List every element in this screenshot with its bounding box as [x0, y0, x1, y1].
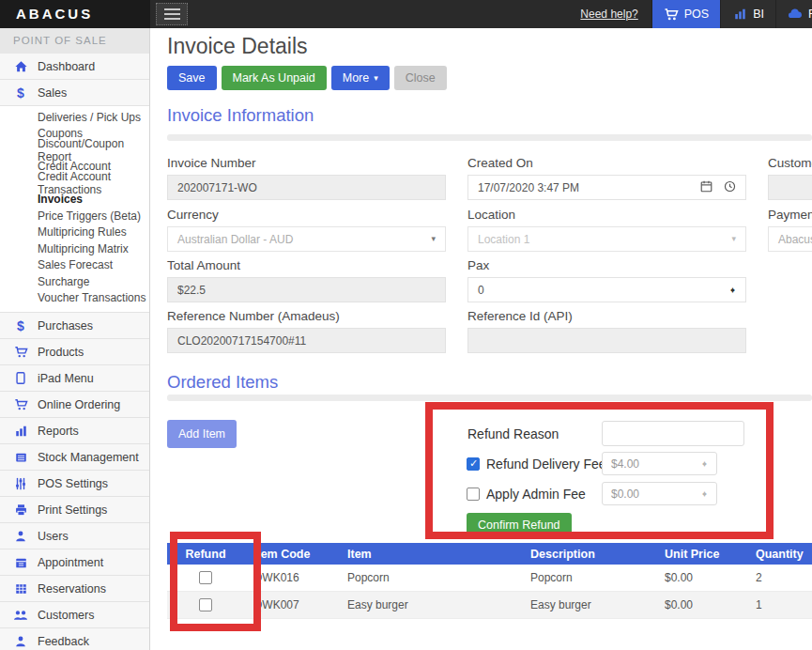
app-window: ABACUS Need help? POS BI R [0, 0, 812, 650]
reference-number-field: CLO20200717154700#11 [167, 328, 446, 353]
pax-value: 0 [478, 284, 484, 297]
sidebar-item-sales[interactable]: $ Sales [0, 80, 149, 106]
top-bar: ABACUS Need help? POS BI R [0, 0, 812, 28]
more-button[interactable]: More ▾ [331, 66, 390, 90]
dollar-icon: $ [13, 319, 28, 333]
location-select: Location 1 ▾ [467, 226, 746, 252]
created-on-field[interactable]: 17/07/2020 3:47 PM [467, 175, 746, 200]
sidebar-item-appointment[interactable]: Appointment [0, 549, 149, 576]
nav-cloud[interactable]: R [775, 0, 812, 28]
invoice-information-heading: Invoice Information [167, 105, 314, 126]
ordered-items-heading: Ordered Items [167, 372, 278, 393]
add-item-button[interactable]: Add Item [167, 420, 237, 448]
sidebar-subitem-multipricing-matrix[interactable]: Multipricing Matrix [0, 240, 149, 257]
register-icon [13, 451, 28, 464]
sidebar-subitem-sales-forecast[interactable]: Sales Forecast [0, 257, 149, 274]
sidebar-item-reservations[interactable]: Reservations [0, 576, 149, 602]
sidebar-item-products[interactable]: Products [0, 339, 149, 365]
nav-pos[interactable]: POS [651, 0, 720, 28]
sidebar-subitem-deliveries[interactable]: Deliveries / Pick Ups [0, 109, 149, 126]
sidebar-subitem-voucher-transactions[interactable]: Voucher Transactions [0, 290, 149, 307]
close-button[interactable]: Close [394, 66, 447, 90]
sales-submenu: Deliveries / Pick Ups Coupons Discount/C… [0, 106, 149, 313]
currency-select[interactable]: Australian Dollar - AUD ▾ [167, 226, 446, 252]
top-right-nav: Need help? POS BI R [567, 0, 812, 28]
user-icon [13, 530, 28, 543]
mark-as-unpaid-button[interactable]: Mark As Unpaid [222, 66, 327, 90]
invoice-number-field: 202007171-WO [167, 175, 446, 200]
stepper-arrows-icon[interactable]: ▲▼ [729, 289, 736, 291]
cell-item: Popcorn [338, 571, 521, 584]
cell-quantity: 2 [746, 571, 812, 584]
toolbar: Save Mark As Unpaid More ▾ Close [167, 66, 447, 90]
ordered-items-table: Refund Item Code Item Description Unit P… [167, 543, 812, 619]
sidebar-item-users[interactable]: Users [0, 523, 149, 549]
sidebar-item-label: Purchases [38, 319, 93, 333]
sidebar-item-feedback[interactable]: Feedback [0, 628, 149, 650]
page-title: Invoice Details [167, 34, 308, 59]
clock-icon[interactable] [724, 180, 736, 195]
invoice-number-label: Invoice Number [167, 156, 256, 170]
table-header-row: Refund Item Code Item Description Unit P… [167, 543, 812, 565]
created-on-label: Created On [467, 156, 533, 170]
calendar-icon[interactable] [700, 180, 712, 195]
sidebar-item-label: Print Settings [38, 503, 107, 517]
chevron-down-icon: ▾ [374, 74, 378, 83]
sidebar-item-label: Stock Management [38, 451, 139, 464]
section-divider [167, 395, 812, 401]
home-icon [13, 60, 28, 73]
bar-chart-icon [732, 8, 747, 21]
nav-cloud-label: R [808, 8, 812, 21]
table-row: QWK007 Easy burger Easy burger $0.00 1 [167, 592, 812, 619]
save-button[interactable]: Save [167, 66, 217, 90]
location-value: Location 1 [478, 233, 529, 246]
printer-icon [13, 503, 28, 517]
sidebar-item-label: Sales [38, 86, 67, 100]
sidebar-item-label: Online Ordering [38, 398, 120, 411]
sidebar-subitem-price-triggers[interactable]: Price Triggers (Beta) [0, 208, 149, 224]
nav-bi-label: BI [753, 8, 764, 21]
currency-value: Australian Dollar - AUD [177, 233, 293, 246]
reference-id-field [467, 328, 746, 353]
brand-logo: ABACUS [0, 0, 150, 28]
hamburger-menu-button[interactable] [156, 3, 188, 25]
bar-chart-icon [13, 425, 28, 438]
sidebar-item-label: Reservations [38, 582, 106, 596]
cell-unit-price: $0.00 [655, 571, 746, 584]
currency-label: Currency [167, 208, 219, 222]
created-on-value: 17/07/2020 3:47 PM [478, 181, 579, 194]
sidebar-item-pos-settings[interactable]: POS Settings [0, 471, 149, 497]
payment-label: Payment [768, 208, 812, 222]
sidebar-item-online-ordering[interactable]: Online Ordering [0, 392, 149, 418]
payment-select: Abacus [768, 226, 812, 252]
sidebar-subitem-credit-account-transactions[interactable]: Credit Account Transactions [0, 175, 149, 192]
cart-icon [13, 346, 28, 359]
reference-number-label: Reference Number (Amadeus) [167, 309, 340, 323]
need-help-link[interactable]: Need help? [567, 0, 651, 28]
tablet-icon [13, 371, 28, 385]
table-row: QWK016 Popcorn Popcorn $0.00 2 [167, 565, 812, 592]
dollar-icon: $ [13, 86, 28, 100]
cell-quantity: 1 [746, 598, 812, 611]
payment-value: Abacus [778, 233, 812, 246]
grid-icon [13, 582, 28, 596]
pax-stepper[interactable]: 0 ▲▼ [467, 277, 746, 302]
sidebar-subitem-multipricing-rules[interactable]: Multipricing Rules [0, 224, 149, 241]
sidebar-item-reports[interactable]: Reports [0, 418, 149, 444]
cloud-icon [788, 8, 803, 21]
sidebar-item-print-settings[interactable]: Print Settings [0, 497, 149, 523]
sidebar-item-dashboard[interactable]: Dashboard [0, 54, 149, 80]
sidebar-item-ipad-menu[interactable]: iPad Menu [0, 365, 149, 392]
sidebar-item-purchases[interactable]: $ Purchases [0, 313, 149, 339]
sidebar-item-label: Customers [38, 609, 94, 622]
sidebar-subitem-surcharge[interactable]: Surcharge [0, 273, 149, 290]
sidebar-subitem-discount-coupon-report[interactable]: Discount/Coupon Report [0, 142, 149, 159]
sidebar-item-customers[interactable]: Customers [0, 602, 149, 628]
column-item: Item [338, 548, 521, 561]
cell-description: Popcorn [521, 571, 655, 584]
sidebar-item-stock-management[interactable]: Stock Management [0, 444, 149, 471]
reference-id-label: Reference Id (API) [467, 309, 573, 323]
user-icon [13, 635, 28, 648]
sidebar-item-label: Feedback [38, 635, 89, 648]
nav-bi[interactable]: BI [720, 0, 775, 28]
